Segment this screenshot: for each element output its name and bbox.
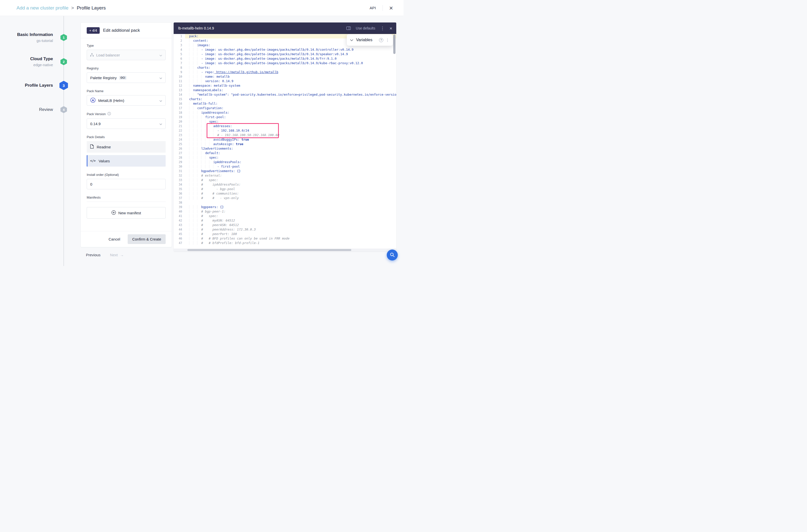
code-line[interactable]: 9 - repo: https://metallb.github.io/meta… xyxy=(174,70,396,74)
pack-name-select[interactable]: MetalLB (Helm) xyxy=(87,95,166,106)
chevron-down-icon xyxy=(159,53,162,57)
code-line[interactable]: 5 - image: us-docker.pkg.dev/palette-ima… xyxy=(174,52,396,56)
variables-menu-icon[interactable]: ⋮ xyxy=(386,38,390,42)
line-number: 1 xyxy=(174,34,185,38)
line-content: - 192.168.10.0/24 xyxy=(185,128,396,133)
app-window: Add a new cluster profile > Profile Laye… xyxy=(0,0,404,266)
wizard-step-cloud-type[interactable]: Cloud Type edge-native 2 xyxy=(0,56,70,67)
code-line[interactable]: 31 bgpadvertisements: {} xyxy=(174,169,396,173)
code-line[interactable]: 7 - image: us-docker.pkg.dev/palette-ima… xyxy=(174,61,396,65)
code-area[interactable]: 1pack:2 content:3 images:4 - image: us-d… xyxy=(174,34,396,251)
code-line[interactable]: 46 # # BFD profiles can only be used in … xyxy=(174,236,396,241)
line-number: 30 xyxy=(174,164,185,169)
code-line[interactable]: 26 l2advertisements: xyxy=(174,146,396,151)
code-line[interactable]: 16 metallb-full: xyxy=(174,101,396,106)
line-content: - first-pool xyxy=(185,164,396,169)
code-line[interactable]: 4 - image: us-docker.pkg.dev/palette-ima… xyxy=(174,48,396,52)
close-icon[interactable]: × xyxy=(389,5,393,11)
code-line[interactable]: 28 spec: xyxy=(174,155,396,160)
wizard-step-basic-information[interactable]: Basic Information gs-tutorial 1 xyxy=(0,32,70,43)
code-line[interactable]: 22 - 192.168.10.0/24 xyxy=(174,128,396,133)
editor-close-icon[interactable]: × xyxy=(390,26,392,31)
code-line[interactable]: 40 # bgp-peer-1: xyxy=(174,209,396,214)
code-line[interactable]: 21 addresses: xyxy=(174,124,396,128)
values-tab[interactable]: </> Values xyxy=(87,155,166,167)
search-fab[interactable] xyxy=(387,249,398,261)
chevron-down-icon[interactable] xyxy=(350,38,353,42)
install-order-field: Install order (Optional) 0 xyxy=(87,173,166,189)
line-content: - image: us-docker.pkg.dev/palette-image… xyxy=(185,56,396,61)
code-line[interactable]: 44 # peerAddress: 172.30.0.3 xyxy=(174,227,396,232)
code-line[interactable]: 33 # spec: xyxy=(174,178,396,182)
code-line[interactable]: 8 charts: xyxy=(174,65,396,70)
code-line[interactable]: 18 ipaddresspools: xyxy=(174,110,396,115)
readme-tab[interactable]: Readme xyxy=(87,141,166,153)
variables-help-icon[interactable]: ? xyxy=(379,38,383,42)
use-defaults-button[interactable]: Use defaults xyxy=(356,26,375,30)
type-select[interactable]: Load balancer xyxy=(87,50,166,60)
code-line[interactable]: 42 # myASN: 64512 xyxy=(174,218,396,223)
pack-version-select[interactable]: 0.14.9 xyxy=(87,118,166,129)
plus-circle-icon xyxy=(111,210,116,215)
code-line[interactable]: 14 "metallb-system": "pod-security.kuber… xyxy=(174,92,396,97)
line-number: 24 xyxy=(174,137,185,142)
api-link[interactable]: API xyxy=(370,6,376,10)
code-line[interactable]: 35 # - bgp-pool xyxy=(174,187,396,191)
wizard-step-profile-layers[interactable]: Profile Layers 3 xyxy=(0,80,70,91)
editor-menu-icon[interactable]: ⋮ xyxy=(380,26,384,31)
code-line[interactable]: 30 - first-pool xyxy=(174,164,396,169)
code-line[interactable]: 36 # # communities: xyxy=(174,191,396,196)
horizontal-scrollbar-thumb[interactable] xyxy=(187,249,351,251)
step-text: Cloud Type edge-native xyxy=(0,56,53,67)
code-line[interactable]: 24 avoidBuggyIPs: true xyxy=(174,137,396,142)
code-line[interactable]: 19 first-pool: xyxy=(174,115,396,119)
code-line[interactable]: 11 version: 0.14.9 xyxy=(174,79,396,83)
code-line[interactable]: 23 # - 192.168.100.50-192.168.100.60 xyxy=(174,133,396,137)
install-order-input[interactable]: 0 xyxy=(87,179,166,189)
code-line[interactable]: 15charts: xyxy=(174,97,396,101)
code-line[interactable]: 41 # spec: xyxy=(174,214,396,218)
wizard-step-review[interactable]: Review 4 xyxy=(0,104,70,115)
new-manifest-button[interactable]: New manifest xyxy=(87,207,166,218)
code-line[interactable]: 29 ipAddressPools: xyxy=(174,160,396,164)
code-line[interactable]: 13 namespaceLabels: xyxy=(174,88,396,92)
cancel-button[interactable]: Cancel xyxy=(109,237,120,241)
code-line[interactable]: 25 autoAssign: true xyxy=(174,142,396,146)
code-line[interactable]: 27 default: xyxy=(174,151,396,155)
code-line[interactable]: 17 configuration: xyxy=(174,106,396,110)
code-line[interactable]: 45 # peerPort: 180 xyxy=(174,232,396,236)
code-line[interactable]: 12 namespace: metallb-system xyxy=(174,83,396,88)
code-line[interactable]: 43 # peerASN: 64512 xyxy=(174,223,396,227)
vertical-scrollbar-thumb[interactable] xyxy=(393,35,395,54)
previous-button[interactable]: Previous xyxy=(86,253,100,257)
breadcrumb-root[interactable]: Add a new cluster profile xyxy=(17,5,69,11)
line-number: 32 xyxy=(174,173,185,178)
line-number: 13 xyxy=(174,88,185,92)
wizard-pager: Previous Next → xyxy=(86,253,124,257)
info-icon[interactable] xyxy=(108,112,111,116)
code-line[interactable]: 10 name: metallb xyxy=(174,74,396,79)
code-line[interactable]: 6 - image: us-docker.pkg.dev/palette-ima… xyxy=(174,56,396,61)
editor-header-actions: Use defaults ⋮ × xyxy=(346,26,392,31)
variables-panel[interactable]: Variables ? ⋮ xyxy=(347,34,393,46)
code-line[interactable]: 37 # # - vpn-only xyxy=(174,196,396,200)
code-line[interactable]: 20 spec: xyxy=(174,119,396,124)
line-number: 47 xyxy=(174,241,185,245)
line-content: spec: xyxy=(185,155,396,160)
pack-count-badge[interactable]: + 4/4 xyxy=(87,27,100,34)
code-line[interactable]: 38 xyxy=(174,200,396,205)
horizontal-scrollbar[interactable] xyxy=(174,248,396,251)
code-line[interactable]: 47 # # bfdProfile: bfd-profile-1 xyxy=(174,241,396,245)
step-badge-3: 3 xyxy=(59,81,68,90)
registry-select[interactable]: Palette Registry OCI xyxy=(87,72,166,83)
next-button[interactable]: Next → xyxy=(110,253,124,257)
confirm-create-button[interactable]: Confirm & Create xyxy=(128,234,166,244)
split-view-icon[interactable] xyxy=(346,26,351,30)
code-line[interactable]: 34 # ipAddressPools: xyxy=(174,182,396,187)
line-number: 36 xyxy=(174,191,185,196)
code-line[interactable]: 32 # external: xyxy=(174,173,396,178)
step-text: Profile Layers xyxy=(0,83,53,88)
editor-title: lb-metallb-helm 0.14.9 xyxy=(178,26,214,30)
code-line[interactable]: 39 bgppeers: {} xyxy=(174,205,396,209)
line-number: 22 xyxy=(174,128,185,133)
